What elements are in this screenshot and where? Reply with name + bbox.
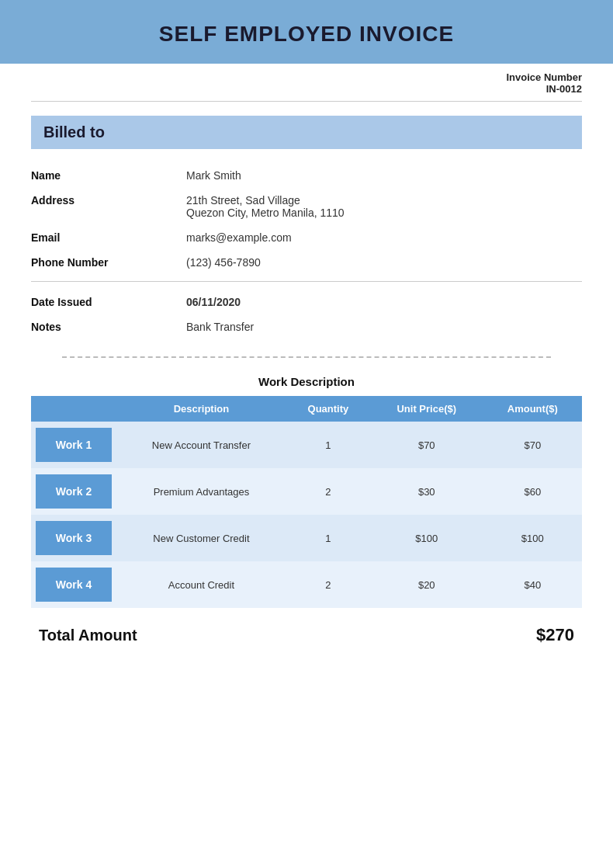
email-value: marks@example.com bbox=[186, 231, 292, 244]
work-label: Work 2 bbox=[36, 474, 112, 509]
work-unit-price-cell: $30 bbox=[370, 468, 483, 515]
date-value: 06/11/2020 bbox=[186, 296, 241, 308]
invoice-number-block: Invoice Number IN-0012 bbox=[506, 71, 582, 95]
work-label: Work 1 bbox=[36, 428, 112, 462]
notes-row: Notes Bank Transfer bbox=[31, 314, 582, 339]
work-label-cell: Work 3 bbox=[31, 515, 116, 561]
work-unit-price-cell: $70 bbox=[370, 422, 483, 468]
work-label-cell: Work 2 bbox=[31, 468, 116, 515]
total-label: Total Amount bbox=[39, 627, 137, 644]
phone-label: Phone Number bbox=[31, 256, 186, 269]
work-unit-price-cell: $100 bbox=[370, 515, 483, 561]
work-table-body: Work 1 New Account Transfer 1 $70 $70 Wo… bbox=[31, 422, 582, 608]
invoice-page: SELF EMPLOYED INVOICE Invoice Number IN-… bbox=[0, 0, 613, 868]
work-quantity-cell: 2 bbox=[286, 468, 370, 515]
total-row: Total Amount $270 bbox=[31, 625, 582, 645]
work-label: Work 4 bbox=[36, 568, 112, 602]
col-header-amount: Amount($) bbox=[483, 396, 582, 422]
table-row: Work 2 Premium Advantages 2 $30 $60 bbox=[31, 468, 582, 515]
invoice-number-value: IN-0012 bbox=[506, 83, 582, 95]
work-table-wrap: Description Quantity Unit Price($) Amoun… bbox=[31, 396, 582, 608]
date-notes: Date Issued 06/11/2020 Notes Bank Transf… bbox=[31, 290, 582, 339]
work-description-cell: Premium Advantages bbox=[116, 468, 286, 515]
invoice-number-row: Invoice Number IN-0012 bbox=[0, 64, 613, 101]
work-label-cell: Work 1 bbox=[31, 422, 116, 468]
header-divider bbox=[31, 101, 582, 102]
work-table-header-row: Description Quantity Unit Price($) Amoun… bbox=[31, 396, 582, 422]
work-description-cell: Account Credit bbox=[116, 561, 286, 608]
work-description-cell: New Customer Credit bbox=[116, 515, 286, 561]
work-label: Work 3 bbox=[36, 521, 112, 555]
table-row: Work 3 New Customer Credit 1 $100 $100 bbox=[31, 515, 582, 561]
address-row: Address 21th Street, Sad Village Quezon … bbox=[31, 188, 582, 225]
work-table-head: Description Quantity Unit Price($) Amoun… bbox=[31, 396, 582, 422]
billing-divider bbox=[31, 281, 582, 282]
work-table: Description Quantity Unit Price($) Amoun… bbox=[31, 396, 582, 608]
work-amount-cell: $70 bbox=[483, 422, 582, 468]
work-quantity-cell: 2 bbox=[286, 561, 370, 608]
address-line1: 21th Street, Sad Village bbox=[186, 194, 300, 207]
invoice-number-label: Invoice Number bbox=[506, 71, 582, 83]
work-quantity-cell: 1 bbox=[286, 422, 370, 468]
col-header-description: Description bbox=[116, 396, 286, 422]
col-header-empty bbox=[31, 396, 116, 422]
work-amount-cell: $40 bbox=[483, 561, 582, 608]
phone-row: Phone Number (123) 456-7890 bbox=[31, 250, 582, 275]
billing-info: Name Mark Smith Address 21th Street, Sad… bbox=[31, 163, 582, 282]
work-unit-price-cell: $20 bbox=[370, 561, 483, 608]
name-value: Mark Smith bbox=[186, 169, 241, 182]
work-label-cell: Work 4 bbox=[31, 561, 116, 608]
work-amount-cell: $60 bbox=[483, 468, 582, 515]
work-amount-cell: $100 bbox=[483, 515, 582, 561]
email-row: Email marks@example.com bbox=[31, 225, 582, 250]
col-header-quantity: Quantity bbox=[286, 396, 370, 422]
invoice-title: SELF EMPLOYED INVOICE bbox=[31, 22, 582, 47]
work-description-cell: New Account Transfer bbox=[116, 422, 286, 468]
table-row: Work 4 Account Credit 2 $20 $40 bbox=[31, 561, 582, 608]
total-value: $270 bbox=[536, 625, 574, 645]
address-label: Address bbox=[31, 194, 186, 219]
phone-value: (123) 456-7890 bbox=[186, 256, 261, 269]
date-row: Date Issued 06/11/2020 bbox=[31, 290, 582, 314]
notes-value: Bank Transfer bbox=[186, 321, 254, 333]
work-description-title: Work Description bbox=[0, 375, 613, 388]
date-label: Date Issued bbox=[31, 296, 186, 308]
billed-to-bar: Billed to bbox=[31, 116, 582, 149]
email-label: Email bbox=[31, 231, 186, 244]
address-line2: Quezon City, Metro Manila, 1110 bbox=[186, 207, 345, 219]
header-section: SELF EMPLOYED INVOICE bbox=[0, 0, 613, 64]
billed-to-title: Billed to bbox=[43, 123, 570, 141]
notes-label: Notes bbox=[31, 321, 186, 333]
table-row: Work 1 New Account Transfer 1 $70 $70 bbox=[31, 422, 582, 468]
address-value: 21th Street, Sad Village Quezon City, Me… bbox=[186, 194, 345, 219]
col-header-unit-price: Unit Price($) bbox=[370, 396, 483, 422]
name-row: Name Mark Smith bbox=[31, 163, 582, 188]
dashed-divider bbox=[62, 356, 551, 358]
work-quantity-cell: 1 bbox=[286, 515, 370, 561]
name-label: Name bbox=[31, 169, 186, 182]
